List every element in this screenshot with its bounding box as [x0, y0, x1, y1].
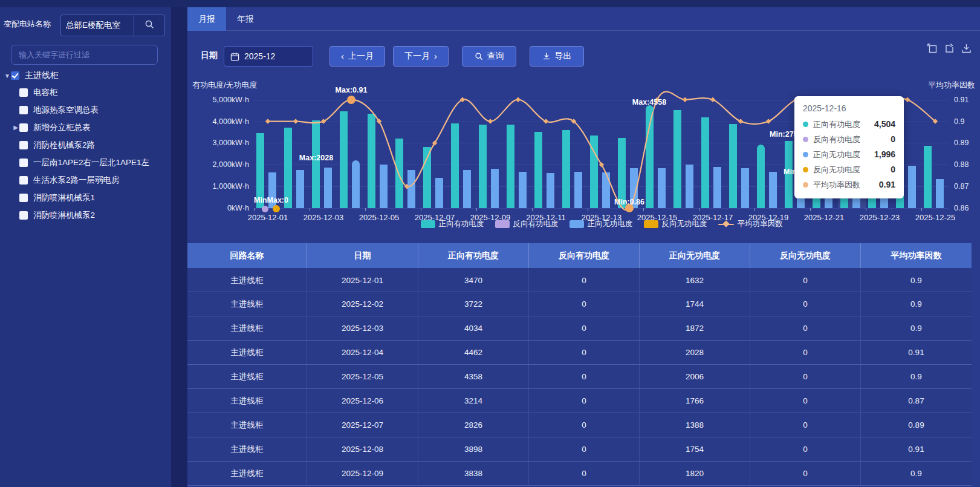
checkbox-unchecked[interactable]	[19, 141, 28, 149]
table-cell: 主进线柜	[187, 462, 307, 485]
bar-forward-reactive[interactable]	[658, 168, 666, 208]
checkbox-unchecked[interactable]	[19, 176, 28, 185]
restore-icon[interactable]	[944, 44, 955, 56]
bar-forward-active[interactable]	[451, 123, 459, 208]
bar-forward-reactive[interactable]	[547, 173, 554, 208]
legend-item[interactable]: 反向有功电度	[495, 219, 559, 229]
tree-node-child[interactable]: 地源热泵空调总表	[0, 101, 171, 119]
tooltip-series-label: 反向无功电度	[813, 162, 891, 177]
search-icon	[144, 19, 154, 31]
bar-forward-active[interactable]	[673, 110, 681, 208]
table-cell: 0.91	[861, 437, 972, 461]
bar-forward-active[interactable]	[590, 136, 598, 208]
bar-forward-reactive[interactable]	[713, 167, 721, 208]
prev-month-button[interactable]: ‹ 上一月	[329, 46, 385, 67]
bar-forward-reactive[interactable]	[324, 168, 332, 208]
bar-forward-reactive[interactable]	[769, 172, 777, 208]
bar-forward-active[interactable]	[562, 130, 570, 208]
checkbox-unchecked[interactable]	[19, 211, 28, 220]
legend-label: 正向有功电度	[439, 219, 484, 229]
next-month-button[interactable]: 下一月 ›	[393, 46, 449, 67]
checkbox-unchecked[interactable]	[19, 88, 28, 97]
bar-forward-active[interactable]	[646, 109, 654, 208]
checkbox-unchecked[interactable]	[19, 106, 28, 114]
tree-node-root[interactable]: ▼主进线柜	[0, 68, 171, 83]
bar-forward-reactive[interactable]	[519, 172, 527, 208]
tree-node-child[interactable]: 一层南1APE2右一层北1APE1左	[0, 154, 171, 171]
table-row[interactable]: 主进线柜2025-12-0444620202800.91	[187, 341, 972, 365]
tree-node-child[interactable]: 消防喷淋机械泵1	[0, 189, 171, 206]
bar-forward-active[interactable]	[507, 125, 514, 208]
bar-forward-reactive[interactable]	[686, 165, 693, 208]
table-row[interactable]: 主进线柜2025-12-0543580200600.9	[187, 365, 972, 389]
checkbox-checked[interactable]	[11, 71, 19, 80]
bar-forward-reactive[interactable]	[352, 164, 360, 208]
bar-forward-active[interactable]	[924, 146, 932, 208]
bar-forward-active[interactable]	[479, 125, 487, 208]
query-button[interactable]: 查询	[462, 46, 516, 67]
tree-filter-input[interactable]	[11, 45, 158, 65]
caret-right-icon[interactable]: ▶	[12, 124, 19, 131]
tree-node-child[interactable]: 生活水泵2路一层弱电房	[0, 171, 171, 189]
tree-node-child[interactable]: 消防喷淋机械泵2	[0, 206, 171, 224]
bar-forward-active[interactable]	[701, 117, 709, 208]
bar-forward-reactive[interactable]	[380, 165, 388, 208]
x-axis-tick-mark	[254, 208, 255, 211]
export-label: 导出	[555, 51, 572, 62]
tab-monthly-report[interactable]: 月报	[187, 7, 226, 31]
bar-forward-active[interactable]	[423, 147, 431, 208]
table-row[interactable]: 主进线柜2025-12-0728260138800.89	[187, 413, 972, 437]
tree-node-child[interactable]: 消防栓机械泵2路	[0, 136, 171, 154]
y-axis-tick-right: 0.9	[954, 117, 964, 126]
bar-forward-active[interactable]	[312, 120, 320, 208]
table-row[interactable]: 主进线柜2025-12-0632140176600.87	[187, 389, 972, 413]
tooltip-row: 平均功率因数0.91	[803, 177, 895, 192]
bar-forward-active[interactable]	[757, 148, 765, 208]
tooltip-series-label: 正向有功电度	[813, 117, 874, 132]
bar-forward-reactive[interactable]	[463, 170, 471, 208]
bar-forward-active[interactable]	[534, 132, 542, 208]
bar-forward-reactive[interactable]	[491, 169, 499, 208]
table-row[interactable]: 主进线柜2025-12-0938380182000.9	[187, 462, 972, 486]
legend-item[interactable]: 平均功率因数	[718, 219, 783, 229]
bar-forward-reactive[interactable]	[435, 178, 443, 208]
legend-item[interactable]: 正向有功电度	[421, 219, 484, 229]
bar-forward-reactive[interactable]	[407, 170, 415, 208]
table-row[interactable]: 主进线柜2025-12-0340340187200.9	[187, 316, 972, 341]
checkbox-unchecked[interactable]	[19, 123, 28, 132]
legend-item[interactable]: 正向无功电度	[570, 219, 633, 229]
bar-forward-active[interactable]	[729, 124, 737, 208]
table-cell: 3470	[418, 269, 529, 292]
bar-forward-active[interactable]	[368, 114, 375, 208]
station-input[interactable]	[61, 15, 134, 36]
tree-node-child[interactable]: ▶新增分立柜总表	[0, 119, 171, 136]
table-row[interactable]: 主进线柜2025-12-0838980175400.91	[187, 437, 972, 462]
bar-forward-reactive[interactable]	[296, 170, 304, 208]
table-cell: 3838	[418, 462, 529, 485]
caret-down-icon[interactable]: ▼	[4, 73, 11, 79]
data-zoom-icon[interactable]	[927, 44, 938, 56]
tree-node-child[interactable]: 电容柜	[0, 83, 171, 101]
chevron-left-icon: ‹	[341, 51, 344, 60]
table-row[interactable]: 主进线柜2025-12-0237220174400.9	[187, 292, 972, 316]
tab-annual-report[interactable]: 年报	[226, 7, 265, 31]
bar-forward-reactive[interactable]	[602, 172, 610, 208]
legend-item[interactable]: 反向无功电度	[644, 219, 707, 229]
checkbox-unchecked[interactable]	[19, 159, 28, 167]
table-cell: 主进线柜	[187, 269, 307, 292]
bar-forward-active[interactable]	[340, 111, 348, 208]
bar-forward-active[interactable]	[395, 139, 403, 208]
month-picker[interactable]: 2025-12	[224, 46, 313, 67]
checkbox-unchecked[interactable]	[19, 194, 28, 202]
bar-forward-reactive[interactable]	[741, 168, 749, 208]
y-axis-tick-left: 3,000kW·h	[195, 139, 249, 147]
bar-forward-reactive[interactable]	[574, 172, 582, 208]
bar-forward-reactive[interactable]	[908, 166, 916, 208]
export-button[interactable]: 导出	[530, 46, 584, 67]
save-image-icon[interactable]	[961, 44, 972, 56]
table-cell: 0	[750, 269, 861, 292]
bar-forward-reactive[interactable]	[936, 179, 944, 208]
tooltip-series-label: 平均功率因数	[813, 177, 879, 192]
station-search-button[interactable]	[134, 15, 164, 36]
table-row[interactable]: 主进线柜2025-12-0134700163200.9	[187, 268, 972, 292]
